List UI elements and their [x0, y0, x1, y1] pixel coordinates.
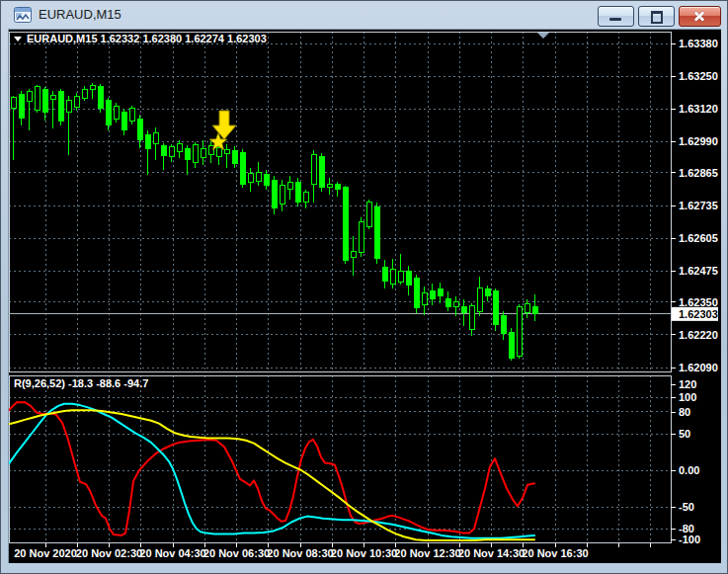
minimize-icon	[609, 18, 621, 21]
bull-candle	[453, 302, 458, 307]
restore-button[interactable]	[638, 6, 675, 27]
bear-candle	[137, 119, 142, 140]
bear-candle	[430, 291, 435, 298]
indicator-axis-label: 120	[679, 378, 696, 390]
bear-candle	[161, 146, 166, 156]
bull-candle	[208, 146, 213, 155]
price-axis-label: 1.63120	[679, 103, 718, 115]
bull-candle	[280, 185, 284, 205]
bear-candle	[232, 150, 237, 163]
time-axis-label: 20 Nov 16:30	[522, 547, 588, 559]
bull-candle	[351, 251, 356, 258]
price-axis-label: 1.62605	[679, 232, 718, 244]
chart-canvas[interactable]: EURAUD,M15 1.62332 1.62380 1.62274 1.623…	[8, 29, 721, 563]
price-axis-label: 1.62220	[679, 329, 718, 341]
time-axis-label: 20 Nov 10:30	[331, 547, 397, 559]
bull-candle	[11, 98, 16, 108]
bull-candle	[90, 86, 95, 89]
bear-candle	[445, 298, 450, 307]
bull-candle	[398, 271, 403, 282]
window-title: EURAUD,M15	[39, 7, 121, 22]
bear-candle	[240, 152, 245, 184]
bear-candle	[509, 333, 514, 358]
bull-candle	[248, 174, 253, 182]
bull-candle	[35, 87, 40, 111]
indicator-axis-label: 100	[679, 391, 696, 403]
bear-candle	[58, 91, 63, 121]
time-axis-label: 20 Nov 14:30	[458, 547, 525, 559]
bear-candle	[264, 175, 269, 186]
bear-candle	[272, 180, 277, 207]
bear-candle	[374, 206, 379, 259]
bear-candle	[145, 135, 150, 148]
time-axis-label: 20 Nov 02:30	[76, 547, 142, 559]
ohlc-header: EURAUD,M15 1.62332 1.62380 1.62274 1.623…	[14, 33, 267, 44]
bear-candle	[295, 182, 300, 203]
indicator-axis-label: -100	[679, 533, 700, 545]
bull-candle	[525, 304, 529, 312]
bull-candle	[224, 149, 229, 154]
price-axis-label: 1.62475	[679, 265, 718, 277]
current-price-label: 1.62303	[679, 308, 718, 320]
bear-candle	[319, 157, 324, 188]
bear-candle	[406, 271, 411, 285]
indicator-label: R(9,26,52) -18.3 -88.6 -94.7	[14, 377, 148, 389]
mt4-chart-window: EURAUD,M15 EURAUD,M15 1.62332 1.62380 1.…	[0, 0, 728, 574]
price-axis-label: 1.62735	[679, 200, 718, 211]
bull-candle	[287, 182, 292, 190]
chart-window-icon	[14, 7, 32, 23]
bear-candle	[485, 289, 490, 295]
bear-candle	[501, 316, 506, 334]
bull-candle	[477, 288, 482, 311]
titlebar[interactable]: EURAUD,M15	[1, 1, 727, 29]
time-axis-label: 20 Nov 2020	[14, 547, 77, 559]
bear-candle	[42, 89, 47, 113]
bull-candle	[256, 173, 261, 181]
bull-candle	[129, 109, 134, 121]
bull-candle	[27, 91, 32, 102]
indicator-axis-label: 80	[679, 406, 690, 418]
bear-candle	[382, 267, 387, 281]
time-axis-label: 20 Nov 04:30	[139, 547, 205, 559]
price-axis-label: 1.62865	[679, 167, 718, 179]
bear-candle	[19, 94, 24, 118]
bull-candle	[422, 293, 427, 305]
price-axis-label: 1.63380	[679, 38, 718, 49]
window-controls	[598, 6, 721, 27]
indicator-label-text: R(9,26,52) -18.3 -88.6 -94.7	[14, 377, 148, 389]
time-axis-label: 20 Nov 12:30	[394, 547, 460, 559]
price-axis-label: 1.62990	[679, 135, 718, 147]
bull-candle	[169, 147, 174, 157]
bear-candle	[493, 291, 498, 324]
bull-candle	[359, 221, 364, 252]
bull-candle	[82, 89, 87, 99]
time-axis[interactable]: 20 Nov 202020 Nov 02:3020 Nov 04:3020 No…	[14, 543, 651, 559]
bear-candle	[98, 87, 103, 109]
bull-candle	[216, 147, 221, 157]
bull-candle	[153, 132, 158, 144]
bear-candle	[121, 113, 126, 130]
bull-candle	[311, 155, 316, 185]
bear-candle	[414, 279, 419, 308]
bull-candle	[201, 148, 205, 158]
bear-candle	[461, 307, 466, 312]
bull-candle	[469, 306, 474, 329]
bull-candle	[193, 145, 198, 162]
bull-candle	[303, 192, 308, 203]
restore-icon	[651, 11, 663, 24]
price-axis-label: 1.62090	[679, 362, 718, 373]
time-axis-label: 20 Nov 08:30	[267, 547, 333, 559]
ohlc-header-text: EURAUD,M15 1.62332 1.62380 1.62274 1.623…	[27, 33, 267, 44]
bull-candle	[327, 185, 332, 188]
close-button[interactable]	[679, 6, 721, 27]
bear-candle	[335, 185, 340, 190]
bull-candle	[390, 269, 395, 284]
bear-candle	[438, 289, 443, 295]
minimize-button[interactable]	[598, 6, 634, 27]
price-axis-label: 1.63250	[679, 70, 718, 82]
bull-candle	[50, 95, 55, 100]
bear-candle	[343, 188, 348, 261]
indicator-axis-label: 50	[679, 428, 690, 440]
bear-candle	[532, 306, 537, 313]
bear-candle	[185, 148, 190, 160]
